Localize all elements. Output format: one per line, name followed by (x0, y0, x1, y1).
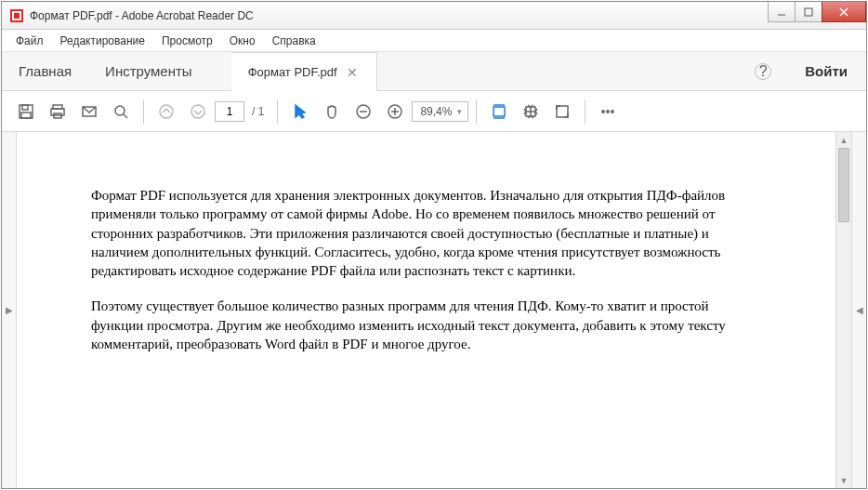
email-icon[interactable] (74, 97, 104, 126)
toolbar-separator (585, 99, 585, 124)
close-tab-icon[interactable]: ✕ (345, 65, 360, 80)
svg-rect-8 (22, 105, 28, 110)
hand-tool-icon[interactable] (317, 97, 347, 126)
maximize-button[interactable] (795, 2, 822, 22)
toolbar-separator (143, 99, 144, 124)
save-icon[interactable] (11, 97, 41, 126)
fit-width-icon[interactable] (484, 97, 514, 126)
toolbar-separator (476, 99, 477, 124)
paragraph-2: Поэтому существует большое количество ра… (91, 297, 761, 353)
sidebar-toggle-right[interactable]: ◀ (851, 132, 866, 488)
svg-rect-24 (493, 107, 505, 116)
svg-point-16 (160, 105, 173, 118)
document-tab[interactable]: Формат PDF.pdf ✕ (231, 52, 377, 91)
svg-point-14 (115, 106, 125, 115)
zoom-value: 89,4% (420, 105, 452, 118)
svg-line-15 (124, 114, 127, 118)
search-icon[interactable] (106, 97, 136, 126)
menu-window[interactable]: Окно (221, 32, 264, 50)
svg-rect-9 (21, 113, 31, 118)
more-tools-icon[interactable] (593, 97, 623, 126)
toolbar-separator (277, 99, 278, 124)
chevron-right-icon: ▶ (6, 305, 13, 315)
window-controls (769, 2, 866, 29)
zoom-select[interactable]: 89,4% ▾ (412, 101, 468, 122)
titlebar: Формат PDF.pdf - Adobe Acrobat Reader DC (2, 2, 866, 30)
page-number-input[interactable] (215, 101, 244, 122)
tab-home[interactable]: Главная (2, 52, 88, 90)
svg-point-31 (602, 110, 604, 112)
window-title: Формат PDF.pdf - Adobe Acrobat Reader DC (30, 9, 769, 22)
chevron-left-icon: ◀ (856, 305, 863, 315)
menubar: Файл Редактирование Просмотр Окно Справк… (2, 30, 866, 52)
sidebar-toggle-left[interactable]: ▶ (2, 132, 17, 488)
toolbar: / 1 89,4% ▾ (2, 91, 866, 132)
document-tab-label: Формат PDF.pdf (248, 65, 337, 79)
svg-point-33 (612, 110, 613, 112)
page-up-icon[interactable] (151, 97, 181, 126)
app-window: Формат PDF.pdf - Adobe Acrobat Reader DC… (1, 1, 867, 489)
menu-file[interactable]: Файл (7, 32, 52, 50)
minimize-button[interactable] (768, 2, 796, 22)
page-count: / 1 (252, 105, 264, 118)
acrobat-icon (9, 8, 24, 23)
svg-rect-30 (557, 106, 568, 117)
login-button[interactable]: Войти (786, 52, 866, 90)
page-down-icon[interactable] (183, 97, 213, 126)
workspace: ▶ Формат PDF используется для хранения э… (2, 132, 866, 488)
zoom-out-icon[interactable] (349, 97, 378, 126)
svg-point-17 (191, 105, 204, 118)
page-view[interactable]: Формат PDF используется для хранения эле… (17, 132, 835, 488)
fit-page-icon[interactable] (516, 97, 546, 126)
print-icon[interactable] (43, 97, 72, 126)
vertical-scrollbar[interactable]: ▲ ▼ (835, 132, 851, 488)
svg-rect-2 (14, 13, 20, 19)
zoom-in-icon[interactable] (380, 97, 410, 126)
tabbar: Главная Инструменты Формат PDF.pdf ✕ ? В… (2, 52, 866, 91)
svg-rect-11 (51, 109, 64, 115)
scrollbar-thumb[interactable] (838, 148, 849, 222)
selection-tool-icon[interactable] (285, 97, 315, 126)
svg-rect-4 (805, 8, 812, 16)
svg-marker-18 (296, 105, 305, 118)
close-button[interactable] (822, 2, 866, 22)
paragraph-1: Формат PDF используется для хранения эле… (91, 186, 761, 280)
menu-view[interactable]: Просмотр (153, 32, 221, 50)
menu-help[interactable]: Справка (264, 32, 324, 50)
document-page: Формат PDF используется для хранения эле… (17, 132, 835, 488)
fullscreen-icon[interactable] (547, 97, 577, 126)
scroll-up-icon[interactable]: ▲ (836, 132, 851, 148)
scroll-down-icon[interactable]: ▼ (836, 472, 851, 488)
tab-tools[interactable]: Инструменты (88, 52, 209, 90)
chevron-down-icon: ▾ (457, 107, 462, 116)
help-button[interactable]: ? (755, 63, 771, 80)
menu-edit[interactable]: Редактирование (52, 32, 153, 50)
svg-point-32 (607, 110, 609, 112)
